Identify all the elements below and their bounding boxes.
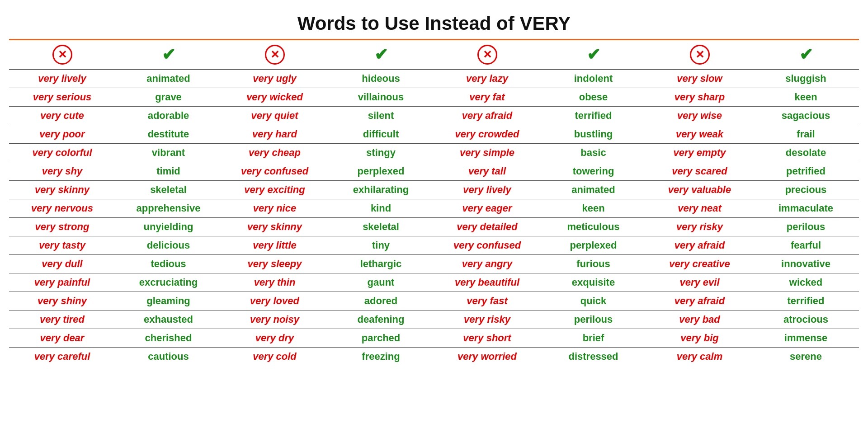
table-row: very poordestitutevery harddifficultvery… (9, 125, 859, 144)
table-cell: grave (115, 88, 222, 107)
table-cell: very fat (434, 88, 540, 107)
table-cell: very lively (9, 70, 115, 88)
table-cell: exhausted (115, 311, 222, 329)
table-cell: precious (753, 181, 859, 199)
header-col-5 (540, 43, 646, 66)
table-cell: very bad (646, 311, 753, 329)
table-cell: very tasty (9, 236, 115, 255)
table-cell: very afraid (646, 292, 753, 311)
table-cell: freezing (328, 348, 434, 366)
table-cell: very skinny (9, 181, 115, 199)
table-cell: very little (222, 236, 328, 255)
table-cell: very dear (9, 329, 115, 348)
table-cell: brief (540, 329, 646, 348)
table-cell: very lazy (434, 70, 540, 88)
table-cell: very skinny (222, 218, 328, 236)
table-cell: very creative (646, 255, 753, 273)
table-row: very nervousapprehensivevery nicekindver… (9, 199, 859, 218)
header-col-2 (222, 43, 328, 66)
table-cell: very detailed (434, 218, 540, 236)
check-icon-3 (371, 45, 391, 65)
header-col-0 (9, 43, 115, 66)
table-row: very colorfulvibrantvery cheapstingyvery… (9, 144, 859, 162)
table-cell: very poor (9, 125, 115, 144)
table-cell: very exciting (222, 181, 328, 199)
table-cell: very simple (434, 144, 540, 162)
table-cell: very scared (646, 162, 753, 181)
table-cell: hideous (328, 70, 434, 88)
table-cell: very sleepy (222, 255, 328, 273)
table-cell: basic (540, 144, 646, 162)
table-cell: very cute (9, 107, 115, 125)
page-title: Words to Use Instead of VERY (9, 5, 859, 39)
table-cell: fearful (753, 236, 859, 255)
table-cell: very shiny (9, 292, 115, 311)
table-cell: very worried (434, 348, 540, 366)
table-cell: atrocious (753, 311, 859, 329)
table-cell: very afraid (434, 107, 540, 125)
table-cell: unyielding (115, 218, 222, 236)
table-cell: very wise (646, 107, 753, 125)
table-cell: villainous (328, 88, 434, 107)
table-cell: obese (540, 88, 646, 107)
table-cell: very afraid (646, 236, 753, 255)
table-cell: perilous (753, 218, 859, 236)
x-icon-2 (265, 45, 285, 65)
table-cell: exquisite (540, 273, 646, 292)
table-cell: very loved (222, 292, 328, 311)
table-cell: difficult (328, 125, 434, 144)
check-icon-5 (584, 45, 604, 65)
table-cell: very risky (646, 218, 753, 236)
header-col-6 (646, 43, 753, 66)
table-cell: adored (328, 292, 434, 311)
table-cell: very shy (9, 162, 115, 181)
table-cell: very confused (222, 162, 328, 181)
table-cell: destitute (115, 125, 222, 144)
table-cell: very slow (646, 70, 753, 88)
table-cell: gaunt (328, 273, 434, 292)
table-cell: very calm (646, 348, 753, 366)
table-cell: very evil (646, 273, 753, 292)
table-row: very livelyanimatedvery uglyhideousvery … (9, 70, 859, 88)
table-cell: quick (540, 292, 646, 311)
table-cell: indolent (540, 70, 646, 88)
table-cell: tedious (115, 255, 222, 273)
table-row: very dulltediousvery sleepylethargicvery… (9, 255, 859, 273)
table-cell: very painful (9, 273, 115, 292)
table-cell: very dry (222, 329, 328, 348)
header-row (9, 40, 859, 70)
table-cell: very quiet (222, 107, 328, 125)
table-cell: very thin (222, 273, 328, 292)
table-row: very dearcherishedvery dryparchedvery sh… (9, 329, 859, 348)
main-container: Words to Use Instead of VERY very lively… (9, 5, 859, 366)
table-cell: very wicked (222, 88, 328, 107)
table-cell: towering (540, 162, 646, 181)
table-cell: perplexed (328, 162, 434, 181)
table-cell: desolate (753, 144, 859, 162)
table-cell: very lively (434, 181, 540, 199)
table-cell: furious (540, 255, 646, 273)
table-cell: stingy (328, 144, 434, 162)
table-cell: very ugly (222, 70, 328, 88)
table-cell: very short (434, 329, 540, 348)
table-cell: immaculate (753, 199, 859, 218)
table-cell: very dull (9, 255, 115, 273)
table-cell: silent (328, 107, 434, 125)
header-col-3 (328, 43, 434, 66)
table-cell: very nervous (9, 199, 115, 218)
word-table: very livelyanimatedvery uglyhideousvery … (9, 70, 859, 366)
table-row: very carefulcautiousvery coldfreezingver… (9, 348, 859, 366)
table-cell: very fast (434, 292, 540, 311)
table-cell: delicious (115, 236, 222, 255)
table-cell: gleaming (115, 292, 222, 311)
table-cell: serene (753, 348, 859, 366)
table-cell: skeletal (115, 181, 222, 199)
table-cell: keen (540, 199, 646, 218)
table-cell: very cheap (222, 144, 328, 162)
table-cell: immense (753, 329, 859, 348)
check-icon-1 (159, 45, 179, 65)
table-cell: very eager (434, 199, 540, 218)
table-cell: very cold (222, 348, 328, 366)
table-cell: very weak (646, 125, 753, 144)
table-row: very tiredexhaustedvery noisydeafeningve… (9, 311, 859, 329)
